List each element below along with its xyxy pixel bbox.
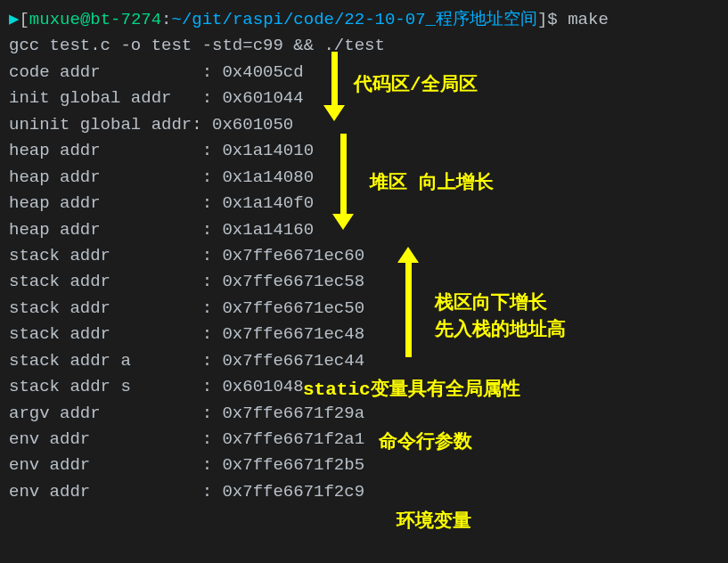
- output-line: stack addr : 0x7ffe6671ec58: [9, 269, 719, 295]
- prompt-host: bt-7274: [90, 10, 161, 29]
- output-line: gcc test.c -o test -std=c99 && ./test: [9, 33, 719, 59]
- arrow-head-up-icon: [397, 247, 419, 263]
- output-line: uninit global addr: 0x601050: [9, 112, 719, 138]
- arrow-head-down-icon: [323, 105, 345, 121]
- prompt-path-cjk: 程序地址空间: [436, 10, 537, 29]
- output-line: stack addr : 0x7ffe6671ec50: [9, 296, 719, 322]
- arrow-down-icon: [331, 52, 338, 107]
- output-line: heap addr : 0x1a14010: [9, 138, 719, 164]
- arrow-head-down-icon: [332, 214, 354, 230]
- command-input: make: [568, 10, 609, 29]
- annotation-static: static变量具有全局属性: [303, 376, 520, 405]
- prompt-bracket-close: ]$: [537, 10, 558, 29]
- annotation-stack-2: 先入栈的地址高: [435, 316, 566, 346]
- annotation-heap: 堆区 向上增长: [370, 169, 494, 199]
- output-line: heap addr : 0x1a14080: [9, 165, 719, 191]
- output-line: env addr : 0x7ffe6671f2c9: [9, 479, 719, 505]
- annotation-env: 环境变量: [397, 508, 471, 537]
- arrow-down-icon: [340, 134, 347, 216]
- output-line: heap addr : 0x1a140f0: [9, 191, 719, 216]
- prompt-at: @: [80, 10, 90, 29]
- output-line: stack addr a : 0x7ffe6671ec44: [9, 348, 719, 374]
- prompt-bracket-open: [: [19, 10, 29, 29]
- output-line: stack addr : 0x7ffe6671ec60: [9, 243, 719, 269]
- output-line: heap addr : 0x1a14160: [9, 217, 719, 243]
- prompt-user: muxue: [29, 10, 80, 29]
- annotation-code-global: 代码区/全局区: [354, 71, 478, 101]
- annotation-argv: 命令行参数: [379, 428, 472, 458]
- annotation-stack-1: 栈区向下增长: [435, 290, 547, 319]
- output-line: env addr : 0x7ffe6671f2a1: [9, 427, 719, 453]
- prompt-colon: :: [161, 10, 171, 29]
- output-line: env addr : 0x7ffe6671f2b5: [9, 453, 719, 478]
- arrow-up-icon: [405, 261, 412, 357]
- prompt-arrow-icon: ▶: [9, 10, 19, 29]
- prompt-path: ~/git/raspi/code/22-10-07_: [172, 10, 436, 29]
- shell-prompt[interactable]: ▶[muxue@bt-7274:~/git/raspi/code/22-10-0…: [9, 7, 719, 33]
- output-line: stack addr : 0x7ffe6671ec48: [9, 322, 719, 347]
